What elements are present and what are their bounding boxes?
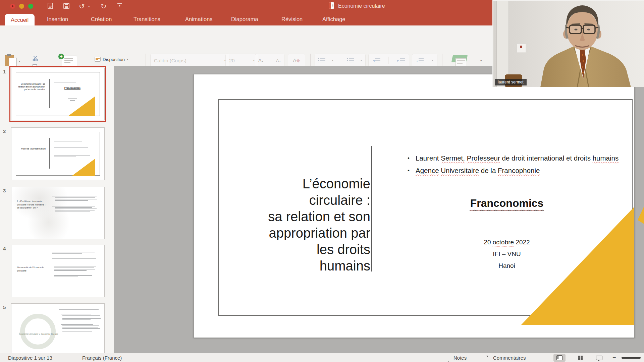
customize-toolbar-icon[interactable]: ▾ [117,3,122,7]
tab-affichage[interactable]: Affichage [322,16,345,22]
font-grow-shrink-group: A▲ A▼ [255,54,284,67]
save-icon[interactable] [63,2,70,12]
slide-panel: 1 2 3 4 5 L’économie circulaire : sa rel… [0,66,114,353]
slide-bullets-textbox[interactable]: Laurent Sermet, Professeur de droit inte… [382,154,632,178]
tab-diaporama[interactable]: Diaporama [231,16,258,22]
slideshow-view-button[interactable] [593,354,605,362]
slide-number-2: 2 [3,128,6,134]
tab-creation[interactable]: Création [91,16,112,22]
language-indicator[interactable]: Français (France) [82,355,122,361]
undo-icon[interactable]: ↺ [79,2,85,10]
font-size-caret: ▾ [253,59,255,62]
layout-label: Disposition [103,57,125,62]
slide-number-5: 5 [3,304,6,310]
zoom-window-button[interactable] [28,4,33,9]
font-name-select[interactable]: Calibri (Corps) ▾ [150,54,229,67]
layout-dropdown-caret: ▾ [127,58,128,61]
title-line: humains [237,258,370,274]
thumb-title: L’économie circulaire : sa relation et s… [17,83,45,90]
minimize-window-button[interactable] [19,4,24,9]
numbered-list-caret: ▾ [361,59,362,62]
bullet-list-caret: ▾ [332,59,333,62]
powerpoint-window: ↺ ▾ ↻ ▾ Economie circulaire Accueil Inse… [0,0,644,362]
slide-thumbnail-1[interactable]: L’économie circulaire : sa relation et s… [11,68,105,120]
tab-transitions[interactable]: Transitions [133,16,160,22]
slideshow-icon [596,356,602,360]
slide-thumbnail-4[interactable]: Nouveauté de l’économie circulaire [11,245,105,297]
smartart-dropdown-caret: ▾ [480,59,482,62]
decrease-indent-button[interactable]: ◂ [373,58,380,63]
thumb-title: Plan de la présentation [17,147,46,150]
tab-animations[interactable]: Animations [185,16,213,22]
new-presentation-icon[interactable] [47,2,54,12]
notes-toggle[interactable]: Notes [453,355,467,361]
bullet-list-button[interactable] [318,58,325,62]
title-line: L’économie [237,176,370,192]
tab-insertion[interactable]: Insertion [47,16,68,22]
grid-view-icon [578,356,583,360]
slide-thumbnail-5[interactable]: Économie circulaire v. économie linéaire [11,303,105,353]
line-spacing-button[interactable]: ↕ ▾ [412,54,437,67]
thumb-ring-graphic [20,314,56,349]
tab-accueil[interactable]: Accueil [5,14,35,25]
slide-thumbnail-3[interactable]: 1 - Problème :économie circulaire / droi… [11,187,105,239]
thumb-divider [49,79,50,108]
close-window-button[interactable] [10,4,15,9]
slide-number-1: 1 [3,69,6,74]
webcam-video [493,1,644,87]
title-line: appropriation par [237,225,370,241]
slide-divider-line [371,146,372,272]
layout-icon [95,57,101,62]
slide-canvas[interactable]: L’économie circulaire : sa relation et s… [194,74,635,338]
powerpoint-doc-icon [329,2,334,9]
decrease-font-button[interactable]: A▼ [276,57,281,63]
layout-button[interactable]: Disposition ▾ [95,55,143,64]
slide-sorter-view-button[interactable] [574,354,586,362]
slide-number-4: 4 [3,246,6,251]
zoom-slider[interactable] [622,357,641,359]
slide-editor-area: L’économie circulaire : sa relation et s… [114,66,644,353]
bullet-item: Agence Universitaire de la Francophonie [382,166,632,175]
brand-word: Franconomics [470,197,544,209]
font-name-value: Calibri (Corps) [154,58,186,63]
clear-format-button[interactable]: A◆ [288,54,305,67]
document-title: Economie circulaire [338,3,385,9]
thumb-divider [49,138,50,169]
comments-toggle[interactable]: Commentaires [493,355,526,361]
paste-dropdown-caret[interactable]: ▾ [19,60,20,63]
title-line: les droits [237,241,370,258]
webcam-name-label: laurent sermet [495,79,527,85]
tab-revision[interactable]: Révision [281,16,303,22]
thumb-title: Nouveauté de l’économie circulaire [17,266,46,272]
cut-button[interactable] [32,55,39,63]
numbered-list-button[interactable] [347,58,354,62]
thumb-title: 1 - Problème :économie circulaire / droi… [17,200,47,209]
thumb-title: Économie circulaire v. économie linéaire [19,333,58,336]
slide-counter: Diapositive 1 sur 13 [8,355,52,361]
increase-font-button[interactable]: A▲ [258,57,264,63]
notes-icon [447,356,451,362]
bullet-item: Laurent Sermet, Professeur de droit inte… [382,154,632,163]
undo-dropdown-caret[interactable]: ▾ [88,5,90,8]
webcam-overlay: laurent sermet [492,0,644,87]
slide-number-3: 3 [3,188,6,193]
font-size-select[interactable]: 20 ▾ [225,54,258,67]
slide-brand-text[interactable]: Franconomics [382,197,632,210]
indent-buttons-group: ◂ ▸ [368,54,409,67]
date-line: 20 octobre 2022 [382,236,632,248]
slide-title-textbox[interactable]: L’économie circulaire : sa relation et s… [237,176,370,274]
title-line: circulaire : [237,192,370,208]
zoom-out-button[interactable]: − [612,354,616,361]
slide-edge-artifact [638,206,644,224]
tab-label: Accueil [11,17,29,23]
thumb-brand: Franconomics [51,87,94,89]
font-size-value: 20 [229,58,235,63]
status-bar: Diapositive 1 sur 13 Français (France) N… [0,353,644,362]
increase-indent-button[interactable]: ▸ [397,58,405,63]
redo-icon[interactable]: ↻ [101,2,107,10]
line-spacing-caret: ▾ [432,59,433,62]
normal-view-button[interactable] [553,354,566,362]
title-line: sa relation et son [237,208,370,225]
normal-view-icon [556,355,562,360]
slide-thumbnail-2[interactable]: Plan de la présentation [11,127,105,180]
